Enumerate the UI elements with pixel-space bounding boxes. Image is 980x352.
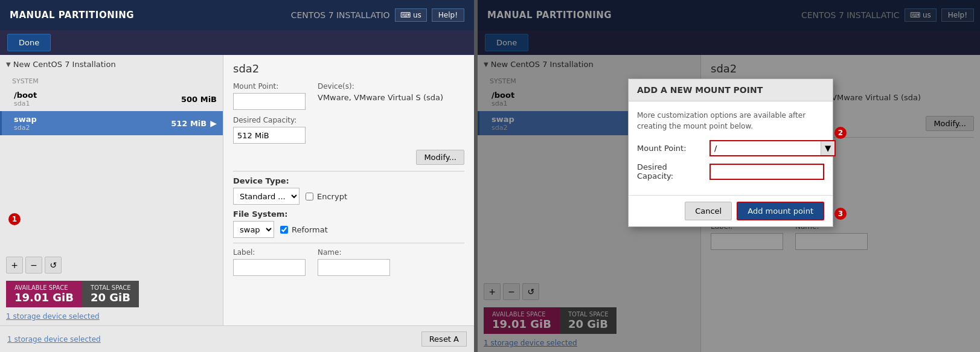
left-available-space-box: AVAILABLE SPACE 19.01 GiB xyxy=(6,281,82,307)
step-badge-3: 3 xyxy=(834,208,847,220)
left-separator-2 xyxy=(233,243,464,243)
left-refresh-partition-button[interactable]: ↺ xyxy=(45,257,62,274)
left-reformat-label: Reformat xyxy=(292,225,328,234)
left-label-input[interactable] xyxy=(233,259,306,276)
left-reformat-checkbox[interactable] xyxy=(280,226,288,234)
step-badge-1: 1 xyxy=(8,213,21,225)
left-installation-title[interactable]: ▼ New CentOS 7 Installation xyxy=(6,60,217,69)
left-partition-boot-size: 500 MiB xyxy=(181,95,217,104)
modal-mount-point-input-container: ▼ xyxy=(709,140,836,156)
add-mount-point-modal: ADD A NEW MOUNT POINT More customization… xyxy=(628,78,833,227)
left-space-indicators: AVAILABLE SPACE 19.01 GiB TOTAL SPACE 20… xyxy=(6,281,217,307)
left-capacity-group: Desired Capacity: xyxy=(233,116,464,144)
left-name-group: Name: xyxy=(318,248,390,276)
left-devices-value: VMware, VMware Virtual S (sda) xyxy=(318,93,443,102)
left-encrypt-row: Encrypt xyxy=(306,192,347,201)
collapse-triangle-icon: ▼ xyxy=(6,61,11,68)
left-separator-1 xyxy=(233,171,464,171)
left-installation-section: ▼ New CentOS 7 Installation xyxy=(0,55,223,74)
modal-description: More customization options are available… xyxy=(637,110,824,132)
keyboard-icon: ⌨ xyxy=(400,11,411,19)
left-add-partition-button[interactable]: + xyxy=(6,257,23,274)
left-done-button[interactable]: Done xyxy=(7,34,51,51)
left-storage-link-bottom[interactable]: 1 storage device selected xyxy=(7,335,101,344)
left-header: MANUAL PARTITIONING CENTOS 7 INSTALLATIO… xyxy=(0,0,474,30)
left-header-right: CENTOS 7 INSTALLATIO ⌨ us Help! xyxy=(291,8,464,22)
left-file-system-row: swap ext4 xfs Reformat xyxy=(233,221,464,238)
left-partition-sidebar: ▼ New CentOS 7 Installation SYSTEM /boot… xyxy=(0,55,223,325)
left-encrypt-checkbox[interactable] xyxy=(306,193,313,200)
left-centos-label: CENTOS 7 INSTALLATIO xyxy=(291,10,390,20)
right-panel: MANUAL PARTITIONING CENTOS 7 INSTALLATIC… xyxy=(478,0,980,352)
modal-capacity-row: Desired Capacity: xyxy=(637,162,824,181)
left-partition-swap-dev: sda2 xyxy=(14,124,37,132)
step-badge-2: 2 xyxy=(834,127,847,139)
left-total-space-box: TOTAL SPACE 20 GiB xyxy=(82,281,139,307)
modal-body: More customization options are available… xyxy=(629,101,833,195)
modal-mount-point-input[interactable] xyxy=(711,141,821,155)
left-keyboard-indicator[interactable]: ⌨ us xyxy=(395,8,427,22)
left-mount-point-input[interactable] xyxy=(233,93,306,110)
left-modify-button[interactable]: Modify... xyxy=(416,150,464,165)
modal-desired-capacity-label: Desired Capacity: xyxy=(637,162,703,181)
left-capacity-label: Desired Capacity: xyxy=(233,116,464,124)
left-encrypt-label: Encrypt xyxy=(317,192,347,201)
left-partition-detail: sda2 Mount Point: Device(s): VMware, VMw… xyxy=(223,55,474,325)
left-system-label: SYSTEM xyxy=(0,74,223,87)
left-panel: MANUAL PARTITIONING CENTOS 7 INSTALLATIO… xyxy=(0,0,474,352)
left-partition-swap-name: swap xyxy=(14,115,37,124)
modal-overlay: ADD A NEW MOUNT POINT More customization… xyxy=(478,0,980,352)
left-capacity-input[interactable] xyxy=(233,127,306,144)
left-installation-name: New CentOS 7 Installation xyxy=(13,60,116,69)
left-partition-boot-name: /boot xyxy=(14,91,37,100)
right-arrow-icon: ▶ xyxy=(210,118,217,128)
left-reset-button[interactable]: Reset A xyxy=(421,331,467,347)
left-label-group: Label: xyxy=(233,248,306,276)
left-devices-group: Device(s): VMware, VMware Virtual S (sda… xyxy=(318,82,443,110)
left-label-label: Label: xyxy=(233,248,306,257)
left-storage-link[interactable]: 1 storage device selected xyxy=(0,310,223,321)
left-mount-point-label: Mount Point: xyxy=(233,82,306,91)
left-bottom-bar: 1 storage device selected Reset A xyxy=(0,325,474,352)
modal-mount-point-dropdown[interactable]: ▼ xyxy=(821,141,834,155)
left-total-value: 20 GiB xyxy=(91,291,131,304)
modal-mount-point-label: Mount Point: xyxy=(637,144,703,153)
left-title: MANUAL PARTITIONING xyxy=(10,10,134,21)
modal-cancel-button[interactable]: Cancel xyxy=(685,202,732,220)
left-file-system-select[interactable]: swap ext4 xfs xyxy=(233,221,274,238)
left-top-form-row: Mount Point: Device(s): VMware, VMware V… xyxy=(233,82,464,110)
left-detail-title: sda2 xyxy=(233,62,464,75)
left-partition-boot-dev: sda1 xyxy=(14,100,37,107)
left-reformat-row: Reformat xyxy=(280,225,328,234)
modal-title: ADD A NEW MOUNT POINT xyxy=(629,79,833,101)
left-actions-container: + − ↺ 1 xyxy=(0,252,223,278)
left-device-type-row: Standard ... LVM RAID Encrypt xyxy=(233,188,464,205)
left-devices-label: Device(s): xyxy=(318,82,443,91)
modal-footer: Cancel Add mount point xyxy=(629,195,833,226)
left-device-type-section-label: Device Type: xyxy=(233,176,464,185)
modal-mount-point-row: Mount Point: ▼ xyxy=(637,140,824,156)
left-partition-boot[interactable]: /boot sda1 500 MiB xyxy=(0,87,223,111)
left-remove-partition-button[interactable]: − xyxy=(25,257,42,274)
left-sidebar-spacer xyxy=(0,135,223,252)
left-available-label: AVAILABLE SPACE xyxy=(14,284,74,291)
left-device-type-select[interactable]: Standard ... LVM RAID xyxy=(233,188,299,205)
left-partition-swap-size: 512 MiB xyxy=(171,119,207,128)
left-help-button[interactable]: Help! xyxy=(432,8,464,22)
left-name-input[interactable] xyxy=(318,259,390,276)
modal-desired-capacity-input[interactable] xyxy=(709,164,824,180)
modal-add-mount-button[interactable]: Add mount point xyxy=(737,202,824,220)
left-available-value: 19.01 GiB xyxy=(14,291,74,304)
left-total-label: TOTAL SPACE xyxy=(91,284,131,291)
left-mount-point-group: Mount Point: xyxy=(233,82,306,110)
left-label-name-row: Label: Name: xyxy=(233,248,464,276)
left-name-label: Name: xyxy=(318,248,390,257)
left-keyboard-lang: us xyxy=(413,11,421,19)
left-subheader: Done xyxy=(0,30,474,55)
left-file-system-section-label: File System: xyxy=(233,210,464,219)
left-partition-swap[interactable]: swap sda2 512 MiB ▶ xyxy=(0,111,223,135)
left-partition-actions: + − ↺ xyxy=(0,252,223,278)
left-main-content: ▼ New CentOS 7 Installation SYSTEM /boot… xyxy=(0,55,474,325)
